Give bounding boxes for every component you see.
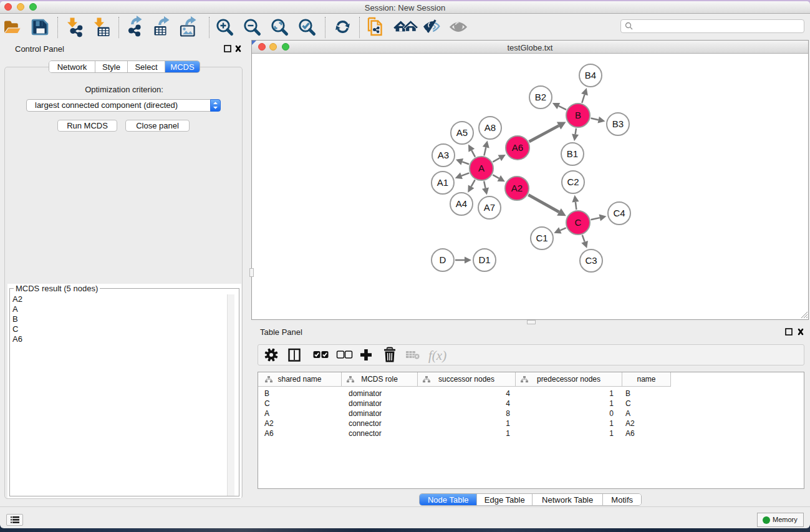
svg-text:B2: B2 (535, 92, 546, 102)
svg-text:A4: A4 (456, 198, 467, 209)
svg-text:A6: A6 (512, 142, 523, 153)
svg-text:C: C (575, 217, 582, 228)
svg-text:B4: B4 (585, 70, 596, 80)
svg-text:A5: A5 (456, 127, 468, 138)
svg-text:B1: B1 (567, 148, 578, 159)
svg-text:C2: C2 (567, 177, 579, 187)
svg-text:f(x): f(x) (428, 348, 446, 363)
svg-text:A7: A7 (484, 202, 495, 213)
svg-text:A8: A8 (485, 122, 496, 133)
svg-text:A: A (478, 163, 485, 173)
svg-text:C3: C3 (585, 255, 597, 266)
svg-text:B: B (575, 110, 581, 120)
svg-text:C4: C4 (613, 208, 625, 218)
svg-text:D1: D1 (478, 254, 490, 265)
svg-text:A2: A2 (511, 183, 523, 193)
svg-text:D: D (440, 254, 446, 265)
svg-text:C1: C1 (536, 233, 547, 243)
svg-text:A1: A1 (437, 177, 448, 188)
svg-text:B3: B3 (612, 118, 624, 129)
svg-text:A3: A3 (438, 150, 449, 160)
